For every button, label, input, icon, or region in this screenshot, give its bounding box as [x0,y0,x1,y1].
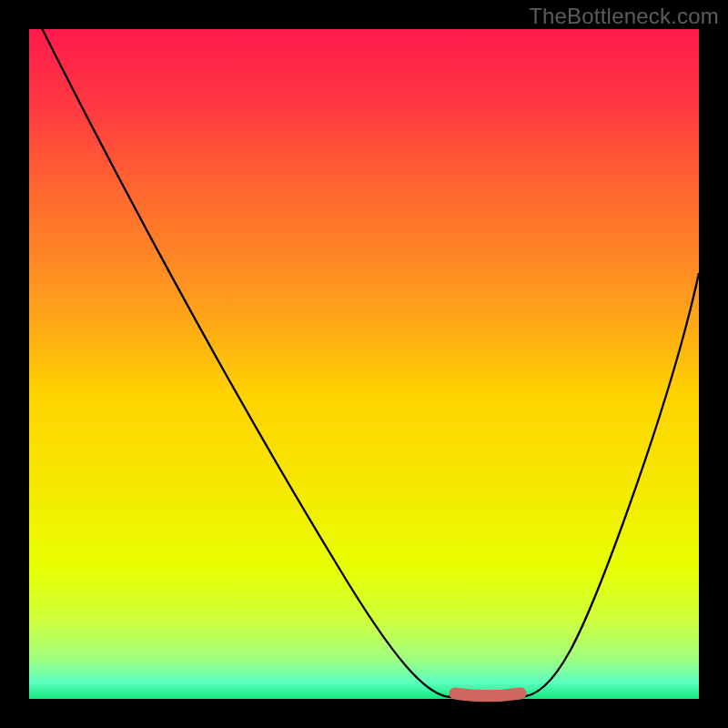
plot-area-rect [29,29,699,699]
optimal-range-marker [455,693,521,696]
chart-frame: TheBottleneck.com [0,0,728,728]
watermark-text: TheBottleneck.com [529,4,719,29]
bottleneck-chart-svg [0,0,728,728]
